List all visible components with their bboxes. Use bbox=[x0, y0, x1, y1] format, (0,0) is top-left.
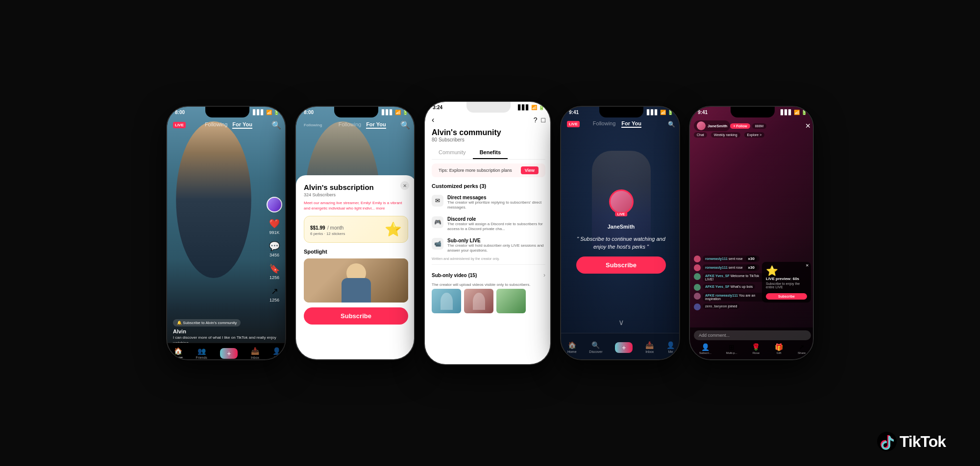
nav-friends-1[interactable]: 👥 Friends bbox=[196, 347, 207, 359]
gift-action-5[interactable]: 🎁 Gift bbox=[775, 343, 783, 354]
nav-inbox-1[interactable]: 📥 Inbox bbox=[251, 347, 259, 359]
nav-inbox-4[interactable]: 📥 Inbox bbox=[645, 341, 654, 353]
creator-name-4: JaneSmith bbox=[608, 224, 635, 230]
follow-button-5[interactable]: + Follow bbox=[730, 123, 750, 129]
phone-2: 8:00 ▋▋▋📶🔋 Following Following For You 🔍 bbox=[295, 106, 415, 360]
likes-action-1[interactable]: ❤️ 991K bbox=[269, 218, 280, 235]
home-icon-4: 🏠 bbox=[568, 341, 576, 349]
sub-video-section[interactable]: Sub-only video (15) › bbox=[425, 268, 551, 282]
tab-following-1[interactable]: Following bbox=[205, 121, 227, 129]
down-arrow-4: ∨ bbox=[618, 318, 624, 327]
comment-icon-1: 💬 bbox=[269, 241, 280, 252]
comments-action-1[interactable]: 💬 3456 bbox=[269, 241, 280, 257]
video-thumb-3[interactable] bbox=[496, 289, 526, 313]
perk-live-text: Sub-only LIVE The creator will hold subs… bbox=[447, 238, 545, 254]
share-icon-1: ↗ bbox=[271, 286, 278, 297]
nav-tabs-1: Following For You bbox=[205, 121, 252, 129]
likes-chip-5: 888M bbox=[752, 123, 767, 129]
me-icon-4: 👤 bbox=[666, 341, 675, 349]
chat-button-5[interactable]: Chat bbox=[694, 132, 707, 138]
spotlight-image bbox=[304, 258, 408, 303]
heart-icon-1: ❤️ bbox=[269, 218, 280, 229]
bookmark-icon-1: 🔖 bbox=[269, 263, 280, 274]
create-button-4[interactable]: + bbox=[615, 342, 633, 353]
video-thumb-2[interactable] bbox=[464, 289, 493, 313]
share-icon-3[interactable]: □ bbox=[541, 116, 545, 124]
perk-sub-live: 📹 Sub-only LIVE The creator will hold su… bbox=[425, 235, 551, 256]
subscribe-action-5[interactable]: 👤 Subscri... bbox=[699, 343, 711, 354]
multi-action-5[interactable]: ⊞ Multi-p... bbox=[726, 343, 737, 354]
phone5-top-bar: JaneSmith + Follow 888M ✕ bbox=[690, 117, 814, 134]
phones-container: 8:00 ▋▋▋📶🔋 LIVE Following For You 🔍 bbox=[137, 81, 843, 385]
notch-5 bbox=[731, 107, 775, 117]
modal-description: Meet our amazing live streamer, Emily! E… bbox=[304, 200, 408, 211]
back-button-3[interactable]: ‹ bbox=[432, 116, 434, 124]
message-icon: ✉ bbox=[432, 195, 443, 207]
viewer-count-5: 888M bbox=[755, 124, 764, 128]
live-badge-2: Following bbox=[302, 122, 324, 128]
tab-foryou-1[interactable]: For You bbox=[232, 121, 252, 129]
video-thumb-1[interactable] bbox=[432, 289, 461, 313]
phone2-nav: Following Following For You 🔍 bbox=[296, 117, 415, 133]
tab-following-2[interactable]: Following bbox=[339, 121, 361, 129]
nav-me-4[interactable]: 👤 Me bbox=[666, 341, 675, 353]
perk-dm-text: Direct messages The creator will priorit… bbox=[447, 195, 545, 210]
gift-close-button[interactable]: ✕ bbox=[806, 263, 809, 268]
subscribe-badge-1[interactable]: 🔔 Subscribe to Alvin's community bbox=[173, 319, 241, 326]
chat-avatar-1 bbox=[694, 256, 701, 262]
help-icon-3[interactable]: ? bbox=[534, 116, 538, 124]
community-sub: 80 Subscribers bbox=[425, 137, 551, 146]
time-2: 8:00 bbox=[304, 110, 314, 115]
video-thumbnails bbox=[425, 289, 551, 313]
me-icon-1: 👤 bbox=[272, 347, 281, 355]
nav-home-4[interactable]: 🏠 Home bbox=[567, 341, 577, 353]
explore-button-5[interactable]: Explore > bbox=[744, 132, 765, 138]
spotlight-person bbox=[304, 258, 408, 303]
sub-video-desc: The creator will upload videos visible o… bbox=[425, 282, 551, 289]
share-action-5[interactable]: ↗ Share bbox=[798, 343, 806, 354]
nav-home-1[interactable]: 🏠 Home bbox=[173, 347, 183, 359]
gift-subscribe-button[interactable]: Subscribe bbox=[766, 293, 807, 300]
view-button[interactable]: View bbox=[521, 166, 539, 174]
bg-person-1 bbox=[174, 121, 253, 278]
close-button-5[interactable]: ✕ bbox=[805, 122, 811, 130]
rose-action-5[interactable]: 🌹 Rose bbox=[752, 343, 760, 354]
star-icon: ⭐ bbox=[385, 221, 402, 237]
more-link[interactable]: more bbox=[376, 206, 385, 210]
create-button-1[interactable]: + bbox=[220, 348, 238, 359]
bookmarks-action-1[interactable]: 🔖 1256 bbox=[269, 263, 280, 280]
time-3: 3:24 bbox=[433, 105, 442, 110]
price-info: $$1.99 / month 6 perks · 12 stickers bbox=[310, 223, 345, 236]
tab-foryou-4[interactable]: For You bbox=[621, 120, 641, 128]
search-icon-4[interactable]: 🔍 bbox=[668, 121, 675, 128]
subscribe-button-4[interactable]: Subscribe bbox=[576, 256, 666, 274]
modal-close-button[interactable]: ✕ bbox=[400, 181, 409, 190]
home-icon-1: 🏠 bbox=[174, 347, 182, 355]
subscribe-button-2[interactable]: Subscribe bbox=[304, 307, 408, 325]
multi-icon-5: ⊞ bbox=[729, 343, 735, 351]
streamer-chip: JaneSmith bbox=[694, 120, 730, 131]
shares-action-1[interactable]: ↗ 1256 bbox=[270, 286, 279, 303]
nav-discover-4[interactable]: 🔍 Discover bbox=[589, 341, 602, 353]
phone-3: 3:24 ▋▋▋📶🔋 ‹ ? □ Alvin's community 80 Su… bbox=[424, 101, 551, 365]
notch-4 bbox=[599, 107, 643, 117]
tab-community[interactable]: Community bbox=[432, 146, 473, 159]
search-icon-1[interactable]: 🔍 bbox=[271, 120, 281, 130]
tab-foryou-2[interactable]: For You bbox=[366, 121, 386, 129]
search-icon-2[interactable]: 🔍 bbox=[400, 120, 410, 130]
tiktok-logo-icon bbox=[877, 432, 897, 451]
creator-note: Written and administered by the creator … bbox=[425, 256, 551, 261]
gift-title-5: LIVE preview: 60s bbox=[766, 277, 807, 281]
notch-2 bbox=[334, 107, 378, 117]
phone1-nav: LIVE Following For You 🔍 bbox=[167, 117, 286, 133]
tab-following-4[interactable]: Following bbox=[593, 120, 615, 128]
ranking-button-5[interactable]: Weekly ranking bbox=[711, 132, 740, 138]
creator-avatar-4: LIVE bbox=[609, 189, 634, 214]
tab-benefits[interactable]: Benefits bbox=[473, 146, 508, 159]
chat-msg-3: AFKE Yves_SF Welcome to TikTok LIVE! bbox=[694, 273, 771, 282]
perks-title: Customized perks (3) bbox=[425, 181, 551, 192]
tips-text: Tips: Explore more subscription plans bbox=[439, 168, 512, 173]
price-perks: 6 perks · 12 stickers bbox=[310, 232, 345, 236]
nav-me-1[interactable]: 👤 Me bbox=[272, 347, 281, 359]
comment-input-5[interactable]: Add comment... bbox=[694, 330, 811, 340]
